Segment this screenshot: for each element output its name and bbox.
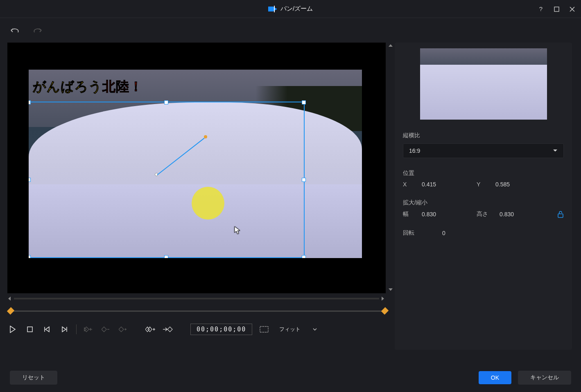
rotation-value[interactable]: 0	[442, 230, 467, 236]
keyframe-slider[interactable]	[7, 306, 388, 315]
handle-mr[interactable]	[302, 178, 306, 182]
handle-tl[interactable]	[29, 100, 31, 104]
handle-ml[interactable]	[29, 178, 31, 182]
width-label: 幅	[403, 211, 417, 218]
help-button[interactable]: ?	[537, 5, 545, 13]
svg-rect-6	[558, 214, 563, 218]
playback-bar: 00;00;00;00 フィット	[7, 321, 388, 338]
keyframe-remove-button[interactable]	[100, 324, 111, 335]
svg-rect-1	[274, 6, 275, 12]
undo-button[interactable]	[9, 26, 20, 34]
scale-label: 拡大/縮小	[403, 199, 564, 206]
height-label: 高さ	[477, 211, 495, 218]
thumbnail-preview	[420, 48, 547, 120]
cancel-button[interactable]: キャンセル	[518, 371, 571, 385]
hscroll-left-icon[interactable]	[7, 296, 12, 301]
rotation-label: 回転	[403, 229, 421, 237]
keyframe-prev-button[interactable]	[83, 324, 94, 335]
app-logo-icon	[268, 6, 277, 12]
handle-tr[interactable]	[302, 100, 306, 104]
vscroll-up-icon[interactable]	[388, 43, 393, 48]
safe-area-button[interactable]	[259, 324, 269, 335]
window-title: パン/ズーム	[280, 5, 313, 13]
properties-panel: 縦横比 16:9 位置 X 0.415 Y 0.585 拡大/縮小 幅 0.83…	[395, 43, 572, 350]
cursor-icon	[234, 226, 241, 234]
svg-rect-5	[260, 326, 268, 332]
keyframe-add-button[interactable]	[118, 324, 128, 335]
fit-dropdown-label: フィット	[279, 326, 301, 333]
motion-end-point[interactable]	[204, 135, 207, 138]
svg-rect-3	[554, 7, 559, 11]
prev-frame-button[interactable]	[42, 324, 52, 335]
play-button[interactable]	[7, 324, 18, 335]
hscroll-right-icon[interactable]	[381, 296, 386, 301]
svg-rect-0	[268, 7, 273, 11]
preview-image[interactable]: がんばろう北陸！	[29, 70, 362, 258]
aspect-ratio-value: 16:9	[409, 147, 420, 154]
preview-hscroll[interactable]	[7, 296, 386, 301]
aspect-ratio-label: 縦横比	[403, 132, 564, 139]
content-area: がんばろう北陸！	[0, 18, 581, 363]
position-label: 位置	[403, 170, 564, 177]
height-value[interactable]: 0.830	[500, 211, 524, 218]
aspect-ratio-dropdown[interactable]: 16:9	[403, 143, 564, 158]
y-value[interactable]: 0.585	[495, 181, 520, 188]
title-bar: パン/ズーム ?	[0, 0, 581, 18]
selection-rect[interactable]	[29, 102, 305, 258]
preview-canvas[interactable]: がんばろう北陸！	[7, 43, 386, 293]
x-label: X	[403, 181, 417, 188]
overlay-text-2: 北陸！	[102, 79, 143, 94]
svg-rect-4	[27, 327, 32, 332]
handle-tm[interactable]	[164, 100, 168, 104]
next-frame-button[interactable]	[59, 324, 70, 335]
fit-dropdown[interactable]: フィット	[276, 325, 320, 334]
lock-aspect-button[interactable]	[557, 211, 564, 218]
close-button[interactable]	[568, 5, 576, 13]
maximize-button[interactable]	[552, 5, 561, 13]
svg-text:?: ?	[539, 6, 543, 12]
stop-button[interactable]	[25, 324, 35, 335]
handle-bm[interactable]	[164, 255, 168, 258]
ok-button[interactable]: OK	[479, 371, 511, 384]
vscroll-down-icon[interactable]	[388, 288, 393, 292]
redo-button[interactable]	[32, 26, 43, 34]
chevron-down-icon	[553, 149, 558, 152]
timecode-field[interactable]: 00;00;00;00	[190, 324, 252, 335]
handle-bl[interactable]	[29, 255, 31, 258]
y-label: Y	[477, 181, 491, 188]
keyframe-end[interactable]	[381, 307, 389, 314]
width-value[interactable]: 0.830	[422, 211, 446, 218]
keyframe-dup-left-button[interactable]	[145, 324, 156, 335]
overlay-text-1: がんばろう	[33, 79, 102, 94]
keyframe-start[interactable]	[7, 307, 14, 314]
footer-bar: リセット OK キャンセル	[0, 363, 581, 392]
reset-button[interactable]: リセット	[10, 371, 57, 385]
handle-br[interactable]	[302, 255, 306, 258]
keyframe-next-button[interactable]	[163, 324, 173, 335]
x-value[interactable]: 0.415	[422, 181, 446, 188]
chevron-down-icon	[313, 328, 317, 331]
overlay-text: がんばろう北陸！	[33, 78, 143, 96]
highlight-circle[interactable]	[192, 187, 224, 220]
